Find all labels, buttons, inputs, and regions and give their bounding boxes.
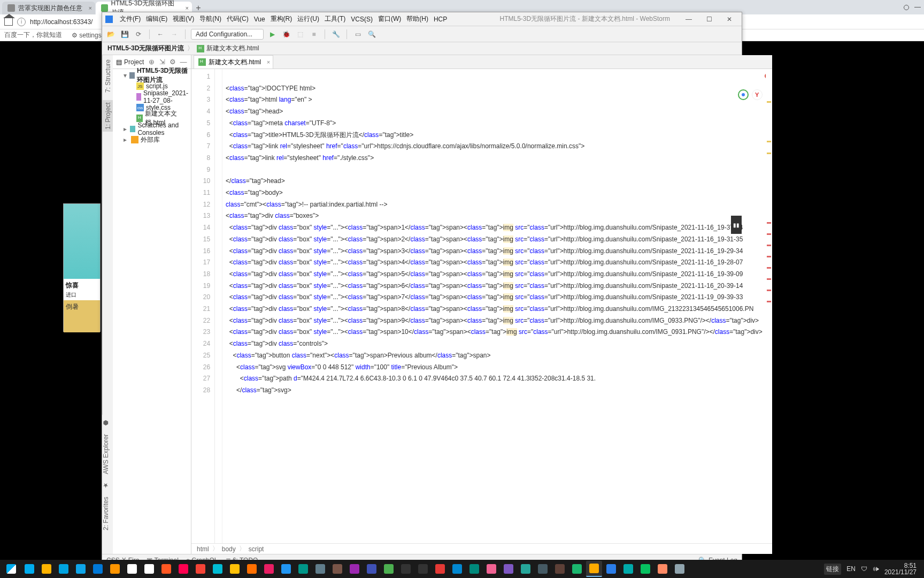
taskbar-app[interactable] — [261, 561, 277, 577]
minimize-icon[interactable] — [914, 7, 921, 7]
taskbar-app[interactable] — [569, 561, 585, 577]
editor-breadcrumbs[interactable]: html〉 body〉 script — [191, 543, 772, 554]
crumb-root[interactable]: HTML5-3D无限循环图片流 — [107, 44, 184, 53]
settings-icon[interactable]: 🔧 — [330, 29, 341, 40]
chrome-icon[interactable] — [738, 89, 749, 100]
maximize-button[interactable]: ☐ — [700, 14, 718, 25]
taskbar-app[interactable] — [158, 561, 174, 577]
menu-file[interactable]: 文件(F) — [117, 14, 143, 24]
forward-icon[interactable]: → — [169, 29, 180, 40]
menu-run[interactable]: 运行(U) — [295, 14, 322, 24]
taskbar-app[interactable] — [141, 561, 157, 577]
taskbar-app[interactable] — [637, 561, 653, 577]
bookmark-link[interactable]: 百度一下，你就知道 — [4, 31, 62, 40]
start-button[interactable] — [3, 561, 19, 577]
error-stripe[interactable] — [766, 69, 772, 543]
tree-scratches[interactable]: ▸Scratches and Consoles — [113, 124, 191, 134]
taskbar-app[interactable] — [90, 561, 106, 577]
tray-ime[interactable]: EN — [846, 565, 856, 573]
line-gutter[interactable]: 1234567891011121314151617181920212223242… — [191, 69, 215, 543]
tree-file[interactable]: Snipaste_2021-11-27_08- — [113, 92, 191, 102]
taskbar-app[interactable] — [432, 561, 448, 577]
taskbar-app[interactable] — [381, 561, 397, 577]
chevron-right-icon[interactable]: ▸ — [124, 136, 129, 143]
taskbar-app[interactable] — [364, 561, 380, 577]
taskbar-app[interactable] — [210, 561, 226, 577]
menu-window[interactable]: 窗口(W) — [375, 14, 404, 24]
account-icon[interactable] — [904, 5, 909, 10]
close-icon[interactable]: × — [267, 59, 270, 65]
taskbar-app[interactable] — [603, 561, 619, 577]
taskbar-app[interactable] — [500, 561, 517, 577]
coverage-icon[interactable]: ⬚ — [295, 29, 305, 40]
taskbar-app[interactable] — [227, 561, 243, 577]
slideshow-pause-icon[interactable]: ▮▮ — [731, 216, 742, 234]
editor-tab[interactable]: 新建文本文档.html× — [194, 55, 273, 69]
run-config-selector[interactable]: Add Configuration... — [191, 29, 264, 40]
taskbar-app[interactable] — [295, 561, 311, 577]
stop-icon[interactable]: ■ — [309, 29, 319, 40]
taskbar-app[interactable] — [346, 561, 363, 577]
taskbar-app[interactable] — [38, 561, 55, 577]
menu-help[interactable]: 帮助(H) — [404, 14, 431, 24]
target-icon[interactable]: ⊕ — [147, 58, 156, 66]
chevron-right-icon[interactable]: ▸ — [124, 125, 128, 133]
layout-icon[interactable]: ▭ — [352, 29, 363, 40]
code-area[interactable]: <class="tag">!DOCTYPE html><class="tag">… — [222, 69, 766, 543]
taskbar-app[interactable] — [244, 561, 260, 577]
taskbar-app[interactable] — [672, 561, 688, 577]
taskbar-app[interactable] — [312, 561, 328, 577]
taskbar-app[interactable] — [398, 561, 414, 577]
taskbar-app[interactable] — [56, 561, 72, 577]
hide-icon[interactable]: — — [179, 58, 188, 66]
project-tree[interactable]: ▾HTML5-3D无限循环图片流 JSscript.js Snipaste_20… — [113, 69, 191, 146]
taskbar-app[interactable] — [415, 561, 431, 577]
close-icon[interactable]: × — [89, 5, 92, 11]
taskbar-app[interactable] — [466, 561, 482, 577]
project-title[interactable]: Project — [124, 58, 145, 66]
menu-code[interactable]: 代码(C) — [224, 14, 251, 24]
debug-icon[interactable]: 🐞 — [281, 29, 291, 40]
taskbar-app[interactable] — [278, 561, 294, 577]
tree-root[interactable]: HTML5-3D无限循环图片流 — [137, 66, 191, 85]
taskbar-app[interactable] — [192, 561, 209, 577]
menu-navigate[interactable]: 导航(N) — [197, 14, 224, 24]
refresh-icon[interactable]: ⟳ — [133, 29, 144, 40]
yandex-icon[interactable]: Y — [752, 89, 763, 100]
minimize-button[interactable]: — — [680, 14, 698, 25]
editor-content[interactable]: Y 12345678910111213141516171819202122232… — [191, 69, 772, 543]
search-icon[interactable]: 🔍 — [366, 29, 377, 40]
tray-network[interactable]: 链接 — [824, 564, 841, 575]
menu-edit[interactable]: 编辑(E) — [143, 14, 170, 24]
taskbar-app[interactable] — [518, 561, 534, 577]
taskbar-app[interactable] — [586, 561, 602, 577]
taskbar-app[interactable] — [73, 561, 89, 577]
tool-project[interactable]: 1: Project — [103, 100, 113, 132]
taskbar-app[interactable] — [620, 561, 636, 577]
site-info-icon[interactable]: i — [17, 18, 26, 26]
taskbar-app[interactable] — [21, 561, 37, 577]
menu-refactor[interactable]: 重构(R) — [268, 14, 295, 24]
tray-clock[interactable]: 8:512021/11/27 — [884, 562, 917, 575]
taskbar-app[interactable] — [483, 561, 499, 577]
tool-aws[interactable]: AWS Explorer — [102, 434, 113, 474]
close-button[interactable]: ✕ — [720, 14, 738, 25]
menu-view[interactable]: 视图(V) — [170, 14, 197, 24]
save-icon[interactable]: 💾 — [119, 29, 130, 40]
url-field[interactable]: http://localhost:63343/ — [30, 18, 94, 26]
browser-tab[interactable]: 营罩实现图片颜色任意× — [2, 2, 95, 14]
expand-icon[interactable]: ⇲ — [158, 58, 166, 66]
taskbar-app[interactable] — [329, 561, 345, 577]
menu-hcp[interactable]: HCP — [431, 16, 450, 23]
menu-vcs[interactable]: VCS(S) — [348, 16, 375, 23]
chevron-down-icon[interactable]: ▾ — [124, 72, 127, 79]
taskbar-app[interactable] — [124, 561, 140, 577]
menu-tools[interactable]: 工具(T) — [322, 14, 348, 24]
left-toolwindow-bar-2[interactable]: 2: Favorites ★ AWS Explorer ⬢ — [102, 415, 113, 554]
crumb-file[interactable]: 新建文本文档.html — [197, 44, 259, 53]
close-icon[interactable]: × — [186, 5, 189, 11]
taskbar-app[interactable] — [552, 561, 568, 577]
gear-icon[interactable]: ⚙ — [168, 58, 177, 66]
taskbar-app[interactable] — [107, 561, 123, 577]
tool-structure[interactable]: 7: Structure — [103, 59, 113, 93]
